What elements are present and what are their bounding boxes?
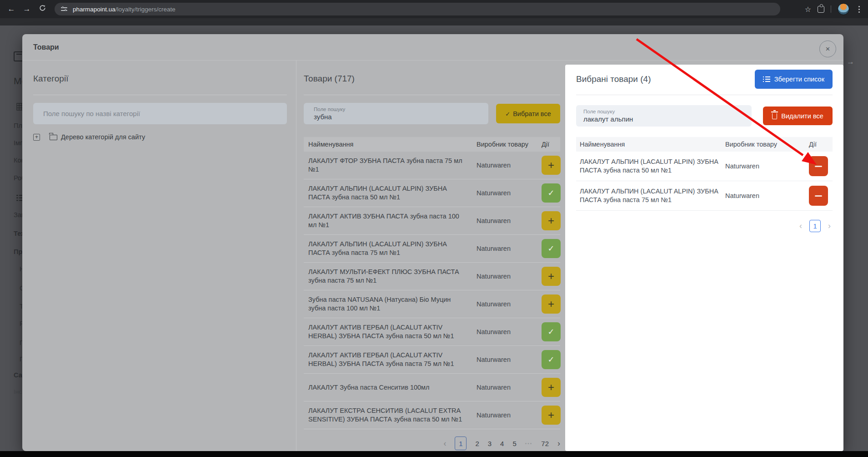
pagination-next-icon[interactable]: › xyxy=(557,439,560,448)
pagination-ellipsis: ••• xyxy=(525,441,533,446)
product-name: ЛАКАЛУТ МУЛЬТИ-ЕФЕКТ ПЛЮС ЗУБНА ПАСТА зу… xyxy=(304,263,472,290)
minus-icon xyxy=(815,195,822,197)
column-divider xyxy=(296,60,296,451)
pagination-page-last[interactable]: 72 xyxy=(541,440,549,447)
col-header-manufacturer: Виробник товару xyxy=(722,137,805,152)
pagination-page[interactable]: 3 xyxy=(488,440,492,447)
product-name: ЛАКАЛУТ Зубна паста Сенситив 100мл xyxy=(304,374,472,401)
extensions-icon[interactable] xyxy=(818,6,824,13)
product-manufacturer: Naturwaren xyxy=(472,401,537,429)
product-row: ЛАКАЛУТ МУЛЬТИ-ЕФЕКТ ПЛЮС ЗУБНА ПАСТА зу… xyxy=(304,263,560,290)
product-added-button[interactable]: ✓ xyxy=(542,322,561,341)
product-row: ЛАКАЛУТ АКТИВ ЗУБНА ПАСТА зубна паста 10… xyxy=(304,207,560,235)
pagination-page[interactable]: 5 xyxy=(512,440,516,447)
product-manufacturer: Naturwaren xyxy=(472,179,537,207)
categories-divider xyxy=(33,95,287,95)
product-row: ЛАКАЛУТ АКТИВ ГЕРБАЛ (LACALUT AKTIV HERB… xyxy=(304,346,560,374)
check-icon: ✓ xyxy=(547,244,554,254)
pagination-prev-icon[interactable]: ‹ xyxy=(443,439,446,448)
products-modal: Товари × Категорії Поле пошуку по назві … xyxy=(22,34,843,451)
col-header-manufacturer: Виробник товару xyxy=(472,137,537,152)
pagination-page[interactable]: 4 xyxy=(500,440,504,447)
select-all-label: Вибрати все xyxy=(513,110,551,117)
add-product-button[interactable]: + xyxy=(542,156,561,175)
col-header-name: Найменування xyxy=(576,137,722,152)
save-list-button[interactable]: Зберегти список xyxy=(755,70,833,89)
browser-menu-icon[interactable] xyxy=(856,5,863,14)
delete-all-button[interactable]: Видалити все xyxy=(763,107,833,125)
browser-forward-icon[interactable]: → xyxy=(19,5,35,14)
tree-root-label: Дерево категорій для сайту xyxy=(61,133,145,141)
product-name: ЛАКАЛУТ АКТИВ ЗУБНА ПАСТА зубна паста 10… xyxy=(304,207,472,235)
plus-icon: + xyxy=(548,159,554,172)
tree-expand-icon[interactable]: + xyxy=(33,134,40,141)
add-product-button[interactable]: + xyxy=(542,295,561,314)
pagination-prev-icon[interactable]: ‹ xyxy=(799,221,802,231)
page-top-strip xyxy=(0,18,868,25)
product-search-input[interactable]: Поле пошуку зубна xyxy=(304,103,488,124)
categories-title: Категорії xyxy=(33,74,287,84)
product-added-button[interactable]: ✓ xyxy=(542,239,561,258)
pagination-page-current[interactable]: 1 xyxy=(809,220,821,232)
col-header-actions: Дії xyxy=(805,137,833,152)
product-row: ЛАКАЛУТ Зубна паста Сенситив 100мл Natur… xyxy=(304,374,560,401)
selected-search-value: лакалут альпин xyxy=(583,115,744,123)
check-icon: ✓ xyxy=(547,188,554,198)
check-icon: ✓ xyxy=(547,355,554,365)
add-product-button[interactable]: + xyxy=(542,267,561,286)
product-manufacturer: Naturwaren xyxy=(472,374,537,401)
selected-title: Вибрані товари (4) xyxy=(576,74,651,84)
selected-manufacturer: Naturwaren xyxy=(722,181,805,211)
product-name: ЛАКАЛУТ АКТИВ ГЕРБАЛ (LACALUT AKTIV HERB… xyxy=(304,318,472,346)
profile-avatar[interactable] xyxy=(838,3,849,15)
product-search-value: зубна xyxy=(314,113,478,121)
category-search-input[interactable]: Поле пошуку по назві категорії xyxy=(33,103,287,124)
product-manufacturer: Naturwaren xyxy=(472,235,537,263)
product-name: Зубна паста NATUSANA (Натусана) Біо Муци… xyxy=(304,290,472,318)
pagination-next-icon[interactable]: › xyxy=(828,221,831,231)
selected-row: ЛАКАЛУТ АЛЬПИН (LACALUT ALPIN) ЗУБНА ПАС… xyxy=(576,181,833,211)
browser-toolbar: ← → pharmapoint.ua/loyalty/triggers/crea… xyxy=(0,0,868,18)
product-manufacturer: Naturwaren xyxy=(472,152,537,179)
selected-pagination: ‹ 1 › xyxy=(576,220,833,232)
product-row: Зубна паста NATUSANA (Натусана) Біо Муци… xyxy=(304,290,560,318)
product-name: ЛАКАЛУТ ЕКСТРА СЕНСИТИВ (LACALUT EXTRA S… xyxy=(304,401,472,429)
selected-manufacturer: Naturwaren xyxy=(722,152,805,181)
add-product-button[interactable]: + xyxy=(542,378,561,397)
add-product-button[interactable]: + xyxy=(542,406,561,425)
category-search-placeholder: Поле пошуку по назві категорії xyxy=(43,110,277,117)
add-product-button[interactable]: + xyxy=(542,211,561,230)
browser-reload-icon[interactable] xyxy=(35,5,50,14)
plus-icon: + xyxy=(548,298,554,310)
check-icon: ✓ xyxy=(547,327,554,337)
pagination-page-current[interactable]: 1 xyxy=(455,437,467,450)
products-table-header: Найменування Виробник товару Дії xyxy=(304,137,560,152)
pagination-page[interactable]: 2 xyxy=(475,440,479,447)
selected-products-panel: Вибрані товари (4) Зберегти список Поле … xyxy=(565,65,843,451)
url-path: /loyalty/triggers/create xyxy=(115,6,176,13)
site-info-icon[interactable] xyxy=(61,7,67,11)
plus-icon: + xyxy=(548,270,554,283)
selected-name: ЛАКАЛУТ АЛЬПИН (LACALUT ALPIN) ЗУБНА ПАС… xyxy=(576,181,722,211)
selected-row: ЛАКАЛУТ АЛЬПИН (LACALUT ALPIN) ЗУБНА ПАС… xyxy=(576,152,833,181)
folder-icon xyxy=(50,135,57,140)
address-bar[interactable]: pharmapoint.ua/loyalty/triggers/create xyxy=(55,3,780,15)
remove-product-button[interactable] xyxy=(809,186,828,206)
selected-search-label: Поле пошуку xyxy=(583,109,744,114)
bookmark-star-icon[interactable]: ☆ xyxy=(805,5,811,14)
product-row: ЛАКАЛУТ АЛЬПИН (LACALUT ALPIN) ЗУБНА ПАС… xyxy=(304,235,560,263)
remove-product-button[interactable] xyxy=(809,156,828,176)
product-manufacturer: Naturwaren xyxy=(472,318,537,346)
delete-all-label: Видалити все xyxy=(781,112,823,120)
selected-search-input[interactable]: Поле пошуку лакалут альпин xyxy=(576,105,752,127)
save-list-label: Зберегти список xyxy=(774,76,824,83)
product-added-button[interactable]: ✓ xyxy=(542,350,561,369)
product-name: ЛАКАЛУТ АКТИВ ГЕРБАЛ (LACALUT AKTIV HERB… xyxy=(304,346,472,374)
modal-close-button[interactable]: × xyxy=(819,41,836,57)
category-tree-root[interactable]: + Дерево категорій для сайту xyxy=(33,133,287,141)
plus-icon: + xyxy=(548,214,554,227)
browser-back-icon[interactable]: ← xyxy=(4,5,19,14)
page-forward-icon: → xyxy=(847,57,854,66)
select-all-button[interactable]: ✓Вибрати все xyxy=(496,104,560,123)
product-added-button[interactable]: ✓ xyxy=(542,183,561,203)
